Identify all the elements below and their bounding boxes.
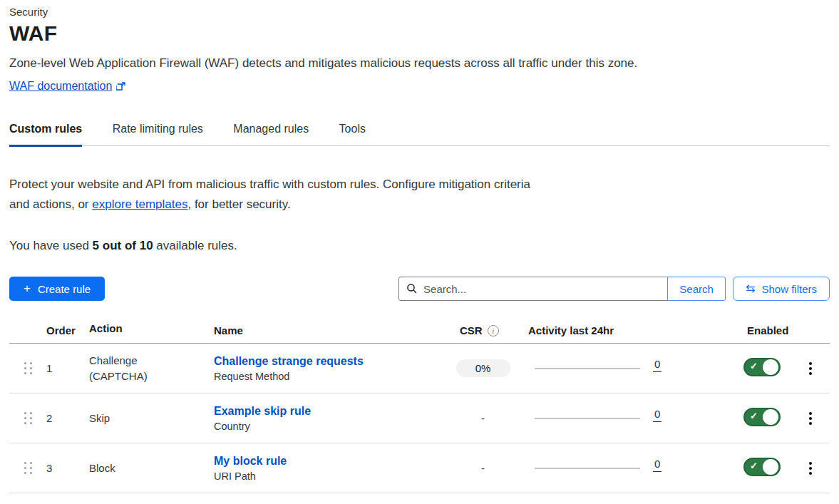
page-title: WAF [9, 21, 830, 46]
usage-prefix: You have used [9, 239, 93, 252]
rule-field: Country [214, 421, 446, 432]
header-csr: CSR i [446, 324, 520, 336]
toggle-knob [763, 359, 778, 375]
check-icon: ✓ [750, 461, 758, 471]
rule-action: Skip [80, 411, 207, 426]
custom-rules-intro: Protect your website and API from malici… [9, 175, 537, 215]
drag-handle-icon[interactable] [21, 459, 35, 477]
table-row: 3 Block My block rule URI Path - 0 ✓ [9, 443, 830, 493]
kebab-menu-icon[interactable] [805, 458, 815, 478]
rule-action-line2: (CAPTCHA) [89, 369, 207, 384]
check-icon: ✓ [750, 411, 758, 421]
drag-handle-icon[interactable] [21, 359, 35, 377]
csr-value: - [481, 462, 485, 474]
activity-sparkline [535, 418, 640, 419]
kebab-menu-icon[interactable] [805, 408, 815, 428]
header-csr-label: CSR [460, 324, 483, 336]
drag-handle-icon[interactable] [21, 409, 35, 427]
rule-action-line1: Block [89, 461, 207, 476]
enabled-toggle[interactable]: ✓ [743, 358, 781, 376]
usage-count: 5 out of 10 [93, 239, 153, 252]
table-row: 2 Skip Example skip rule Country - 0 ✓ [9, 394, 830, 443]
custom-rules-table: Order Action Name CSR i Activity last 24… [9, 321, 830, 493]
header-order: Order [43, 324, 80, 336]
plus-icon: + [24, 282, 31, 296]
rule-action: Challenge (CAPTCHA) [80, 353, 207, 384]
create-rule-button[interactable]: + Create rule [9, 277, 105, 301]
search-button[interactable]: Search [667, 277, 726, 301]
toggle-knob [763, 459, 778, 475]
rule-order: 3 [43, 462, 80, 474]
intro-text-after: , for better security. [187, 197, 290, 211]
rule-action-line1: Challenge [89, 353, 207, 369]
rule-name-cell: Challenge strange requests Request Metho… [207, 355, 446, 382]
doc-link-row: WAF documentation [9, 80, 830, 93]
info-icon[interactable]: i [488, 325, 499, 336]
usage-suffix: available rules. [153, 239, 237, 252]
create-rule-label: Create rule [38, 283, 91, 295]
rules-usage-text: You have used 5 out of 10 available rule… [9, 239, 830, 253]
page-description: Zone-level Web Application Firewall (WAF… [9, 56, 830, 71]
tab-tools[interactable]: Tools [339, 118, 366, 147]
table-header-row: Order Action Name CSR i Activity last 24… [9, 321, 830, 344]
activity-cell: 0 [520, 458, 734, 478]
activity-sparkline [535, 368, 640, 369]
csr-badge: 0% [456, 359, 510, 377]
external-link-icon [116, 81, 126, 91]
enabled-toggle[interactable]: ✓ [743, 408, 781, 426]
kebab-menu-icon[interactable] [805, 359, 815, 379]
tab-custom-rules[interactable]: Custom rules [9, 118, 82, 147]
rule-order: 1 [43, 362, 80, 374]
activity-count-link[interactable]: 0 [653, 408, 662, 422]
tab-rate-limiting-rules[interactable]: Rate limiting rules [113, 118, 203, 147]
rule-name-link[interactable]: Challenge strange requests [214, 355, 364, 368]
rule-action: Block [80, 461, 207, 476]
rule-name-link[interactable]: My block rule [214, 455, 287, 468]
tab-managed-rules[interactable]: Managed rules [233, 118, 309, 147]
table-row: 1 Challenge (CAPTCHA) Challenge strange … [9, 344, 830, 394]
activity-count-link[interactable]: 0 [653, 458, 662, 472]
explore-templates-link[interactable]: explore templates [92, 197, 187, 211]
waf-page: Security WAF Zone-level Web Application … [0, 0, 839, 493]
rules-toolbar: + Create rule Search ⇆ Show filters [9, 277, 830, 301]
search-input[interactable] [398, 277, 668, 301]
show-filters-label: Show filters [761, 283, 817, 295]
breadcrumb-security: Security [9, 6, 830, 18]
rule-field: Request Method [214, 371, 446, 382]
activity-cell: 0 [520, 408, 734, 428]
header-action: Action [80, 321, 207, 336]
rule-field: URI Path [214, 470, 446, 482]
check-icon: ✓ [750, 361, 758, 371]
rule-name-cell: My block rule URI Path [207, 455, 446, 482]
toolbar-right: Search ⇆ Show filters [398, 277, 830, 301]
activity-cell: 0 [520, 358, 734, 379]
toggle-knob [763, 409, 778, 425]
waf-tabbar: Custom rules Rate limiting rules Managed… [9, 118, 830, 146]
header-activity: Activity last 24hr [520, 324, 734, 336]
rule-name-cell: Example skip rule Country [207, 405, 446, 432]
show-filters-button[interactable]: ⇆ Show filters [733, 277, 830, 301]
enabled-toggle[interactable]: ✓ [743, 458, 781, 476]
rule-name-link[interactable]: Example skip rule [214, 405, 311, 418]
header-name: Name [207, 324, 446, 336]
header-enabled: Enabled [734, 324, 791, 336]
swap-arrows-icon: ⇆ [746, 283, 755, 294]
waf-documentation-link[interactable]: WAF documentation [9, 80, 112, 93]
csr-value: - [481, 412, 485, 424]
activity-count-link[interactable]: 0 [653, 358, 662, 372]
rule-order: 2 [43, 412, 80, 424]
activity-sparkline [535, 468, 640, 469]
rule-action-line1: Skip [89, 411, 207, 426]
search-group: Search [398, 277, 726, 301]
